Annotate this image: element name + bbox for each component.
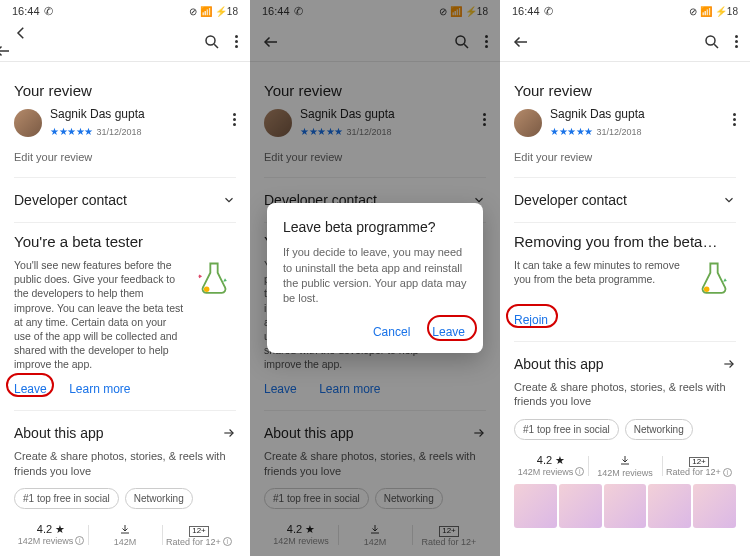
search-icon[interactable]	[203, 33, 221, 51]
info-icon: i	[223, 537, 232, 546]
reviewer-name: Sagnik Das gupta	[50, 107, 145, 121]
review-more-icon[interactable]	[233, 113, 236, 126]
about-app-row[interactable]: About this app	[514, 348, 736, 380]
avatar	[14, 109, 42, 137]
beta-flask-icon	[692, 258, 736, 302]
avatar	[514, 109, 542, 137]
screenshot-thumbnail[interactable]	[693, 484, 736, 528]
more-options-icon[interactable]	[235, 35, 238, 48]
about-app-row[interactable]: About this app	[14, 417, 236, 449]
leave-beta-dialog: Leave beta programme? If you decide to l…	[267, 203, 483, 353]
svg-point-4	[704, 286, 710, 292]
status-time: 16:44	[12, 5, 40, 17]
app-bar	[500, 22, 750, 62]
dialog-cancel-button[interactable]: Cancel	[371, 321, 412, 343]
about-app-title: About this app	[14, 425, 104, 441]
chevron-down-icon	[222, 193, 236, 207]
stats-row: 4.2 ★142M reviewsi 142M 12+Rated for 12+…	[14, 521, 236, 549]
beta-flask-icon	[192, 258, 236, 302]
removing-beta-body: It can take a few minutes to remove you …	[514, 258, 684, 302]
review-more-icon[interactable]	[733, 113, 736, 126]
your-review-title: Your review	[14, 82, 236, 99]
learn-more-button[interactable]: Learn more	[69, 380, 130, 398]
about-desc: Create & share photos, stories, & reels …	[14, 449, 236, 478]
dialog-scrim[interactable]: Leave beta programme? If you decide to l…	[250, 0, 500, 556]
search-icon[interactable]	[703, 33, 721, 51]
beta-body: You'll see new features before the publi…	[14, 258, 184, 371]
stat-rating: 4.2 ★	[14, 523, 88, 536]
developer-contact-row[interactable]: Developer contact	[514, 184, 736, 216]
rating-stars: ★★★★★	[50, 126, 93, 137]
screenshot-thumbnail[interactable]	[604, 484, 647, 528]
dialog-leave-button[interactable]: Leave	[430, 321, 467, 343]
chip-top-free[interactable]: #1 top free in social	[14, 488, 119, 509]
edit-review-link[interactable]: Edit your review	[14, 151, 236, 163]
more-options-icon[interactable]	[735, 35, 738, 48]
beta-title: You're a beta tester	[14, 233, 236, 250]
screenshot-thumbnail[interactable]	[514, 484, 557, 528]
removing-beta-title: Removing you from the beta…	[514, 233, 736, 250]
status-icons: ⊘ 📶 ⚡18	[189, 6, 238, 17]
download-icon	[119, 523, 131, 535]
stat-downloads: 142M	[114, 537, 137, 547]
age-label: Rated for 12+	[166, 537, 221, 547]
arrow-right-icon	[222, 426, 236, 440]
back-button[interactable]	[512, 33, 530, 51]
screenshot-thumbnail[interactable]	[559, 484, 602, 528]
developer-contact-label: Developer contact	[14, 192, 127, 208]
svg-point-0	[206, 36, 215, 45]
screenshot-gallery[interactable]	[514, 484, 736, 528]
dialog-title: Leave beta programme?	[283, 219, 467, 235]
screen-2-leave-dialog: 16:44✆ ⊘ 📶 ⚡18 Your review Sagnik Das gu…	[250, 0, 500, 556]
app-bar	[0, 22, 250, 62]
back-button[interactable]	[12, 24, 30, 60]
status-bar: 16:44✆ ⊘ 📶 ⚡18	[0, 0, 250, 22]
dialog-body: If you decide to leave, you may need to …	[283, 245, 467, 307]
status-bar: 16:44✆ ⊘ 📶 ⚡18	[500, 0, 750, 22]
age-badge: 12+	[189, 526, 209, 537]
leave-beta-button[interactable]: Leave	[14, 380, 47, 398]
svg-point-1	[204, 286, 210, 292]
svg-point-3	[706, 36, 715, 45]
screen-3-removing-beta: 16:44✆ ⊘ 📶 ⚡18 Your review Sagnik Das gu…	[500, 0, 750, 556]
whatsapp-icon: ✆	[44, 5, 53, 18]
screen-1-beta-tester: 16:44✆ ⊘ 📶 ⚡18 Your review Sagnik Das gu…	[0, 0, 250, 556]
info-icon: i	[75, 536, 84, 545]
screenshot-thumbnail[interactable]	[648, 484, 691, 528]
rejoin-beta-button[interactable]: Rejoin	[514, 311, 548, 329]
review-date: 31/12/2018	[97, 127, 142, 137]
chip-networking[interactable]: Networking	[125, 488, 193, 509]
arrow-right-icon	[722, 357, 736, 371]
developer-contact-row[interactable]: Developer contact	[14, 184, 236, 216]
stat-reviews: 142M reviews	[18, 536, 74, 546]
